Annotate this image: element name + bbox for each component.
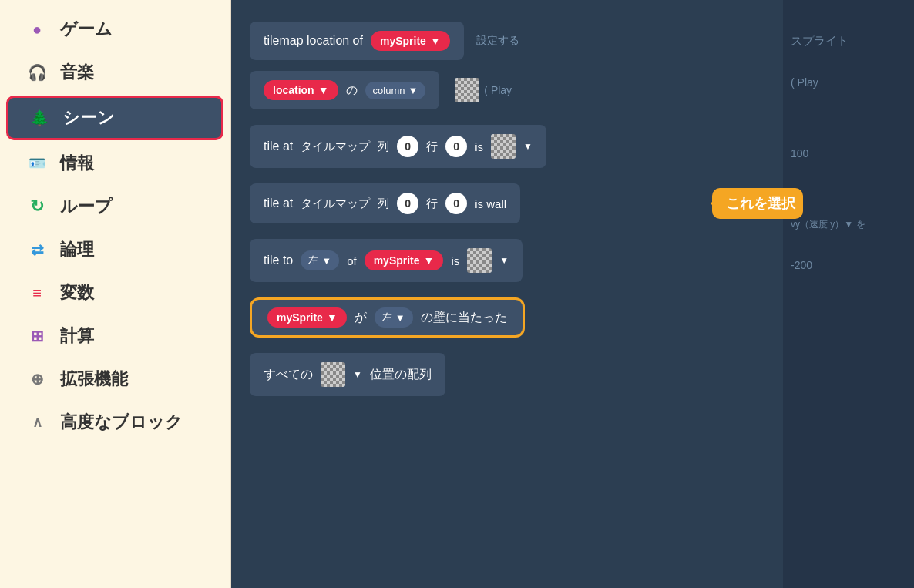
sidebar-item-label: 拡張機能 <box>60 368 128 391</box>
faded-play-label: ( Play <box>484 84 512 96</box>
checker-image-2 <box>455 78 479 102</box>
advanced-icon: ∧ <box>25 414 49 431</box>
dropdown-arrow-icon: ▼ <box>395 312 405 324</box>
sidebar: ● ゲーム 🎧 音楽 🌲 シーン 🪪 情報 ↻ ループ ⇄ 論理 ≡ 変数 ⊞ … <box>0 0 231 588</box>
num-badge-row-1[interactable]: 0 <box>445 136 467 157</box>
dropdown-arrow-icon: ▼ <box>327 311 338 324</box>
dropdown-arrow-icon: ▼ <box>321 255 331 267</box>
sidebar-item-label: ゲーム <box>60 18 113 41</box>
scene-icon: 🌲 <box>27 109 52 127</box>
direction-dropdown-selected[interactable]: 左 ▼ <box>375 307 413 328</box>
location-pill[interactable]: location ▼ <box>264 80 338 100</box>
calc-icon: ⊞ <box>25 327 49 345</box>
sidebar-item-loop[interactable]: ↻ ループ <box>6 186 223 227</box>
dropdown-arrow-icon: ▼ <box>430 35 441 47</box>
block-row-5: tile to 左 ▼ of mySprite ▼ is ▼ <box>250 239 896 282</box>
sidebar-item-variable[interactable]: ≡ 変数 <box>6 273 223 313</box>
dropdown-arrow-icon: ▼ <box>424 254 435 267</box>
sidebar-item-logic[interactable]: ⇄ 論理 <box>6 230 223 270</box>
num-badge-row-2[interactable]: 0 <box>445 193 467 214</box>
loop-icon: ↻ <box>25 197 49 217</box>
sidebar-item-label: ループ <box>60 195 113 218</box>
tilemap-location-block[interactable]: tilemap location of mySprite ▼ <box>250 22 464 60</box>
sidebar-item-label: 論理 <box>60 238 94 261</box>
block-row-1: tilemap location of mySprite ▼ 設定する <box>250 22 896 60</box>
faded-settext: 設定する <box>476 34 519 48</box>
dropdown-arrow-icon: ▼ <box>408 85 418 96</box>
sidebar-item-label: 変数 <box>60 281 94 304</box>
dropdown-arrow-icon-3: ▼ <box>523 141 533 152</box>
tile-to-block[interactable]: tile to 左 ▼ of mySprite ▼ is ▼ <box>250 239 523 282</box>
sidebar-item-music[interactable]: 🎧 音楽 <box>6 52 223 92</box>
block-row-7: すべての ▼ 位置の配列 <box>250 353 896 396</box>
sidebar-item-extension[interactable]: ⊕ 拡張機能 <box>6 359 223 399</box>
selected-block[interactable]: mySprite ▼ が 左 ▼ の壁に当たった <box>250 297 525 338</box>
sidebar-item-label: 情報 <box>60 152 94 175</box>
block-row-3: tile at タイルマップ 列 0 行 0 is ▼ <box>250 125 896 168</box>
music-icon: 🎧 <box>25 63 49 82</box>
extension-icon: ⊕ <box>25 370 49 388</box>
location-column-block[interactable]: location ▼ の column ▼ <box>250 71 439 109</box>
tilemap-text: tilemap location of <box>264 34 363 48</box>
logic-icon: ⇄ <box>25 240 49 259</box>
sidebar-item-label: 高度なブロック <box>60 411 183 434</box>
dropdown-arrow-icon: ▼ <box>318 84 329 96</box>
main-area: スプライト ( Play 100 vy（速度 y）▼ を -200 tilema… <box>231 0 914 588</box>
checker-image-5 <box>467 248 492 273</box>
tile-at-block-1[interactable]: tile at タイルマップ 列 0 行 0 is ▼ <box>250 125 546 168</box>
tooltip-bubble: これを選択 <box>712 188 803 219</box>
checker-image-7 <box>321 362 345 387</box>
num-badge-col-2[interactable]: 0 <box>397 193 418 214</box>
sidebar-item-label: 計算 <box>60 324 94 348</box>
tile-at-block-2[interactable]: tile at タイルマップ 列 0 行 0 is wall <box>250 183 520 223</box>
sidebar-item-advanced[interactable]: ∧ 高度なブロック <box>6 402 223 442</box>
direction-dropdown-1[interactable]: 左 ▼ <box>301 250 339 270</box>
faded-sprite-row: ( Play <box>455 78 512 102</box>
dropdown-arrow-icon-7: ▼ <box>353 369 362 380</box>
mysprite-pill-selected[interactable]: mySprite ▼ <box>267 307 347 328</box>
info-icon: 🪪 <box>25 155 49 172</box>
variable-icon: ≡ <box>25 284 49 302</box>
mysprite-pill-1[interactable]: mySprite ▼ <box>371 31 450 51</box>
sidebar-item-game[interactable]: ● ゲーム <box>6 9 223 49</box>
block-row-4: tile at タイルマップ 列 0 行 0 is wall これを選択 <box>250 183 896 223</box>
game-icon: ● <box>25 21 49 39</box>
block-row-2: location ▼ の column ▼ ( Play <box>250 71 896 109</box>
checker-image-3 <box>491 134 516 159</box>
mysprite-pill-2[interactable]: mySprite ▼ <box>365 250 444 270</box>
all-positions-block[interactable]: すべての ▼ 位置の配列 <box>250 353 445 396</box>
sidebar-item-scene[interactable]: 🌲 シーン <box>6 96 223 140</box>
block-row-6: mySprite ▼ が 左 ▼ の壁に当たった <box>250 297 896 338</box>
num-badge-col-1[interactable]: 0 <box>397 136 418 157</box>
dropdown-arrow-icon-5: ▼ <box>499 255 509 266</box>
sidebar-item-label: シーン <box>62 106 115 129</box>
column-dropdown[interactable]: column ▼ <box>365 82 426 99</box>
sidebar-item-info[interactable]: 🪪 情報 <box>6 143 223 183</box>
sidebar-item-label: 音楽 <box>60 61 94 84</box>
sidebar-item-calc[interactable]: ⊞ 計算 <box>6 316 223 356</box>
